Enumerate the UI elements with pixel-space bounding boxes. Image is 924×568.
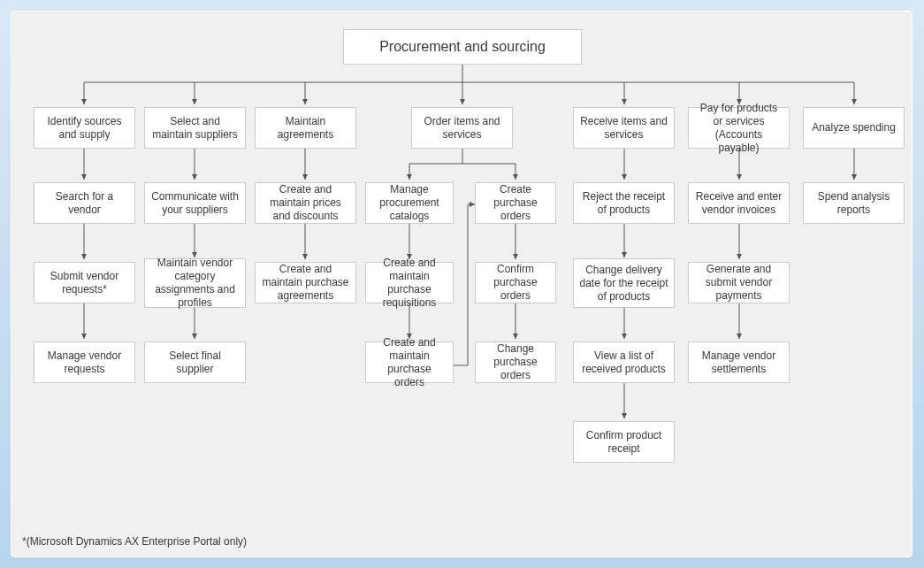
node-receive-enter-invoices: Receive and enter vendor invoices: [688, 182, 790, 224]
node-root: Procurement and sourcing: [343, 29, 582, 65]
node-communicate-suppliers: Communicate with your suppliers: [144, 182, 246, 224]
node-identify-sources: Identify sources and supply: [34, 107, 135, 149]
node-change-delivery-date: Change delivery date for the receipt of …: [573, 258, 675, 308]
node-confirm-product-receipt: Confirm product receipt: [573, 421, 675, 463]
node-reject-receipt: Reject the receipt of products: [573, 182, 675, 224]
node-maintain-vendor-category: Maintain vendor category assignments and…: [144, 258, 246, 308]
node-submit-vendor-requests: Submit vendor requests*: [34, 262, 135, 303]
node-pay-products: Pay for products or services (Accounts p…: [688, 107, 790, 149]
node-create-purchase-requisitions: Create and maintain purchase requisition…: [365, 262, 454, 303]
node-spend-analysis-reports: Spend analysis reports: [803, 182, 905, 224]
node-maintain-agreements: Maintain agreements: [255, 107, 356, 149]
node-create-maintain-purchase-orders: Create and maintain purchase orders: [365, 342, 454, 383]
footnote-text: *(Microsoft Dynamics AX Enterprise Porta…: [22, 535, 247, 548]
node-change-purchase-orders: Change purchase orders: [475, 342, 556, 383]
diagram-canvas: Procurement and sourcing Identify source…: [11, 11, 913, 557]
node-generate-submit-payments: Generate and submit vendor payments: [688, 262, 790, 303]
node-search-vendor: Search for a vendor: [34, 182, 135, 224]
node-analyze-spending: Analyze spending: [803, 107, 905, 149]
node-receive-items: Receive items and services: [573, 107, 675, 149]
node-manage-vendor-requests: Manage vendor requests: [34, 342, 135, 383]
node-confirm-purchase-orders: Confirm purchase orders: [475, 262, 556, 303]
node-select-final-supplier: Select final supplier: [144, 342, 246, 383]
node-order-items: Order items and services: [411, 107, 513, 149]
node-create-purchase-orders: Create purchase orders: [475, 182, 556, 224]
node-create-prices-discounts: Create and maintain prices and discounts: [255, 182, 356, 224]
node-select-suppliers: Select and maintain suppliers: [144, 107, 246, 149]
node-create-purchase-agreements: Create and maintain purchase agreements: [255, 262, 356, 303]
node-manage-procurement-catalogs: Manage procurement catalogs: [365, 182, 454, 224]
node-view-received-products: View a list of received products: [573, 342, 675, 383]
node-manage-vendor-settlements: Manage vendor settlements: [688, 342, 790, 383]
